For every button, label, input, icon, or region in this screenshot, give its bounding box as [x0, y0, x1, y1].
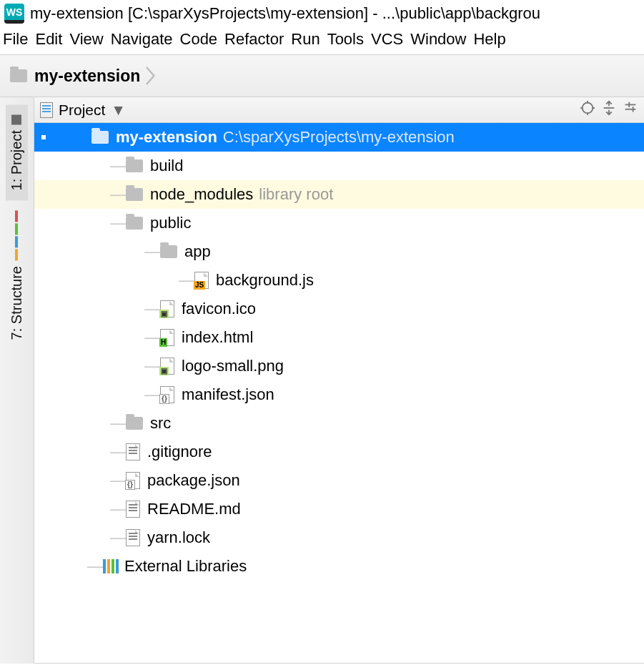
project-icon [12, 114, 22, 124]
tree-node-label: package.json [147, 466, 240, 495]
breadcrumb[interactable]: my-extension [10, 65, 157, 87]
tree-node-label: External Libraries [124, 552, 247, 581]
menu-code[interactable]: Code [180, 30, 218, 49]
json-file-icon: {} [126, 472, 140, 489]
html-file-icon: H [160, 329, 174, 346]
tree-node-hint: library root [259, 180, 333, 209]
tree-node-label: my-extension [116, 123, 217, 152]
project-tool-window: Project ▼ my-extension C:\sparXysProject… [34, 97, 644, 664]
tree-node-label: logo-small.png [182, 352, 284, 380]
tree-node-label: .gitignore [147, 438, 212, 466]
folder-icon [10, 69, 27, 82]
tree-node-label: src [150, 409, 171, 438]
tree-node-label: yarn.lock [147, 523, 210, 552]
library-icon [103, 559, 119, 573]
locate-icon[interactable] [580, 100, 595, 119]
tree-node-manifest-json[interactable]: — {} manifest.json [34, 380, 644, 409]
menu-run[interactable]: Run [291, 30, 319, 49]
menu-vcs[interactable]: VCS [371, 30, 403, 49]
tree-node-label: build [150, 152, 183, 180]
tree-node-label: app [184, 237, 211, 266]
tree-node-gitignore[interactable]: — .gitignore [34, 438, 644, 466]
menu-navigate[interactable]: Navigate [111, 30, 173, 49]
text-file-icon [126, 501, 140, 518]
text-file-icon [126, 529, 140, 546]
tree-node-label: public [150, 209, 191, 237]
tool-window-structure-label: 7: Structure [9, 266, 25, 340]
menu-tools[interactable]: Tools [327, 30, 364, 49]
menu-refactor[interactable]: Refactor [224, 30, 284, 49]
project-panel-header: Project ▼ [34, 97, 644, 123]
project-panel-title[interactable]: Project [59, 102, 105, 119]
tree-node-label: favicon.ico [182, 295, 256, 323]
tree-node-external-libraries[interactable]: — External Libraries [34, 552, 644, 581]
menu-window[interactable]: Window [410, 30, 466, 49]
image-file-icon: ▣ [160, 358, 174, 375]
menu-bar: File Edit View Navigate Code Refactor Ru… [0, 27, 644, 54]
navigation-bar: my-extension [0, 54, 644, 97]
chevron-right-icon [144, 65, 157, 87]
folder-icon [126, 417, 143, 430]
structure-icon [16, 210, 19, 260]
js-file-icon: JS [194, 272, 209, 289]
window-title: my-extension [C:\sparXysProjects\my-exte… [30, 4, 540, 23]
tree-node-logo-png[interactable]: — ▣ logo-small.png [34, 352, 644, 380]
tree-node-build[interactable]: — build [34, 152, 644, 180]
tree-node-index-html[interactable]: — H index.html [34, 323, 644, 352]
menu-file[interactable]: File [3, 30, 28, 49]
window-titlebar: WS my-extension [C:\sparXysProjects\my-e… [0, 0, 644, 27]
tree-node-favicon[interactable]: — ▣ favicon.ico [34, 295, 644, 323]
collapse-all-icon[interactable] [601, 100, 617, 119]
tree-node-background-js[interactable]: — JS background.js [34, 266, 644, 295]
app-icon: WS [4, 4, 24, 24]
folder-icon [126, 217, 143, 230]
folder-icon [126, 188, 143, 201]
tree-node-label: manifest.json [182, 380, 274, 409]
json-file-icon: {} [160, 386, 174, 403]
tree-node-label: node_modules [150, 180, 253, 209]
breadcrumb-root[interactable]: my-extension [34, 66, 140, 86]
menu-edit[interactable]: Edit [35, 30, 62, 49]
selection-marker-icon [41, 135, 46, 139]
tree-node-label: index.html [182, 323, 253, 352]
tree-node-yarn-lock[interactable]: — yarn.lock [34, 523, 644, 552]
tree-node-node-modules[interactable]: — node_modules library root [34, 180, 644, 209]
chevron-down-icon[interactable]: ▼ [111, 102, 126, 119]
tool-window-bar-left: 1: Project 7: Structure [0, 97, 34, 664]
tree-node-root[interactable]: my-extension C:\sparXysProjects\my-exten… [34, 123, 644, 152]
tree-node-path: C:\sparXysProjects\my-extension [223, 123, 455, 152]
tree-node-src[interactable]: — src [34, 409, 644, 438]
menu-view[interactable]: View [69, 30, 103, 49]
tree-node-package-json[interactable]: — {} package.json [34, 466, 644, 495]
settings-icon[interactable] [623, 100, 638, 119]
image-file-icon: ▣ [160, 300, 174, 317]
tree-node-app[interactable]: — app [34, 237, 644, 266]
project-view-icon [40, 102, 53, 118]
folder-icon [91, 131, 109, 144]
tool-window-project-label: 1: Project [9, 130, 25, 190]
tree-node-public[interactable]: — public [34, 209, 644, 237]
svg-point-0 [583, 103, 593, 114]
tree-node-label: background.js [216, 266, 314, 295]
project-tree: my-extension C:\sparXysProjects\my-exten… [34, 123, 644, 581]
text-file-icon [126, 443, 140, 460]
folder-icon [160, 245, 177, 258]
tree-node-readme[interactable]: — README.md [34, 495, 644, 523]
menu-help[interactable]: Help [473, 30, 505, 49]
tool-window-project[interactable]: 1: Project [6, 104, 28, 200]
folder-icon [126, 159, 143, 172]
tool-window-structure[interactable]: 7: Structure [6, 200, 28, 350]
tree-node-label: README.md [147, 495, 241, 523]
